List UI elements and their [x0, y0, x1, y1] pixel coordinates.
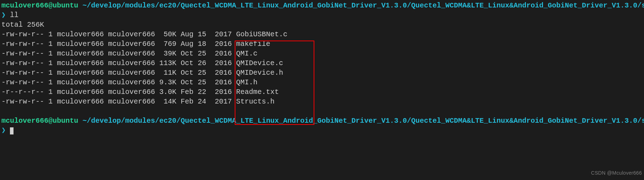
prompt-path-2: ~/develop/modules/ec20/Quectel_WCDMA_LTE… — [83, 117, 644, 125]
prompt-sep — [78, 1, 83, 10]
cursor — [10, 127, 14, 134]
prompt-sep-2 — [78, 117, 83, 125]
prompt-user-2: mculover666@ubuntu — [1, 117, 78, 125]
prompt-user: mculover666@ubuntu — [1, 1, 78, 10]
file-row: -rw-rw-r-- 1 mculover666 mculover666 50K… — [1, 30, 287, 38]
file-row: -rw-rw-r-- 1 mculover666 mculover666 39K… — [1, 49, 257, 58]
terminal-output[interactable]: mculover666@ubuntu ~/develop/modules/ec2… — [0, 0, 644, 136]
file-row: -rw-rw-r-- 1 mculover666 mculover666 769… — [1, 40, 270, 48]
file-row: -rw-rw-r-- 1 mculover666 mculover666 14K… — [1, 97, 275, 106]
file-row: -rw-rw-r-- 1 mculover666 mculover666 11K… — [1, 69, 283, 77]
file-row: -rw-rw-r-- 1 mculover666 mculover666 113… — [1, 59, 283, 67]
prompt-path: ~/develop/modules/ec20/Quectel_WCDMA_LTE… — [83, 1, 644, 10]
prompt-symbol: ❯ — [1, 11, 6, 19]
command: ll — [10, 11, 18, 19]
file-row: -r--r--r-- 1 mculover666 mculover666 3.0… — [1, 88, 279, 96]
total-line: total 256K — [1, 21, 44, 29]
prompt-symbol-2: ❯ — [1, 126, 6, 134]
file-row: -rw-rw-r-- 1 mculover666 mculover666 9.3… — [1, 78, 257, 86]
watermark: CSDN @Mculover666 — [591, 168, 642, 178]
